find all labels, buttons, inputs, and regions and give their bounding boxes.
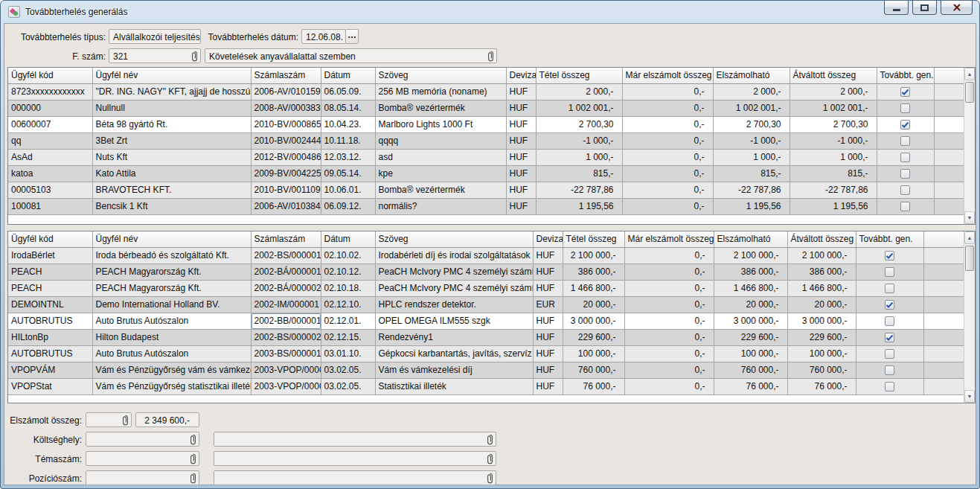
cell-settled[interactable]: 0,-	[622, 132, 713, 149]
tovabbt-gen-checkbox[interactable]	[900, 120, 910, 130]
cell-tovabbt-gen[interactable]	[856, 313, 923, 329]
cell-invoice[interactable]: 2002-BS/000002	[251, 329, 321, 345]
cell-converted[interactable]: 386 000,-	[787, 263, 856, 280]
cell-amount[interactable]: 1 002 001,-	[536, 100, 622, 116]
cell-chargeable[interactable]: 1 195,56	[713, 198, 790, 214]
cell-tovabbt-gen[interactable]	[877, 165, 934, 182]
cell-tovabbt-gen[interactable]	[856, 345, 923, 362]
cell-currency[interactable]: HUF	[533, 280, 563, 296]
table-row[interactable]: katoaKato Attila2009-BV/00422509.05.14.k…	[8, 165, 964, 182]
cell-invoice[interactable]: 2012-BV/000486	[251, 149, 321, 165]
table-row[interactable]: AUTOBRUTUSAuto Brutus Autószalon2003-BS/…	[8, 345, 964, 362]
cell-currency[interactable]: HUF	[533, 329, 563, 345]
cell-amount[interactable]: -1 000,-	[536, 132, 622, 149]
tovabbt-gen-checkbox[interactable]	[885, 300, 894, 310]
cell-settled[interactable]: 0,-	[624, 296, 714, 313]
cell-chargeable[interactable]: 1 466 800,-	[714, 280, 787, 296]
date-input[interactable]: 12.06.08.	[301, 29, 346, 44]
tovabbt-gen-checkbox[interactable]	[885, 349, 894, 359]
table-row[interactable]: 8723xxxxxxxxxxxx"DR. ING. NAGY" KFT, ajj…	[8, 83, 964, 100]
cell-date[interactable]: 02.10.12.	[321, 263, 375, 280]
cell-date[interactable]: 10.11.18.	[321, 132, 375, 149]
column-header[interactable]: Szöveg	[375, 231, 533, 247]
cell-converted[interactable]: 1 195,56	[790, 198, 877, 214]
date-picker-button[interactable]: …	[345, 29, 359, 44]
cell-text[interactable]: PeaCH McIvory PMC 4 személyi számítógép	[375, 263, 533, 280]
cell-tovabbt-gen[interactable]	[856, 296, 923, 313]
cell-invoice[interactable]: 2010-BV/000865	[251, 116, 321, 132]
tovabbt-gen-checkbox[interactable]	[900, 87, 910, 97]
cell-converted[interactable]: 2 100 000,-	[787, 247, 856, 263]
topic-text-input[interactable]	[214, 451, 496, 466]
cell-chargeable[interactable]: 2 700,30	[713, 116, 790, 132]
cell-text[interactable]: HPLC rendszer detektor.	[375, 296, 533, 313]
table-row[interactable]: PEACHPEACH Magyarország Kft.2002-BÁ/0000…	[8, 280, 964, 296]
cell-tovabbt-gen[interactable]	[877, 198, 934, 214]
cell-chargeable[interactable]: 100 000,-	[714, 345, 787, 362]
column-header[interactable]: Ügyfél kód	[8, 68, 92, 83]
cell-settled[interactable]: 0,-	[624, 362, 714, 378]
column-header[interactable]: Már elszámolt összeg	[622, 68, 713, 83]
cell-code[interactable]: 100081	[8, 198, 92, 214]
cell-date[interactable]: 06.09.12.	[321, 198, 375, 214]
cell-tovabbt-gen[interactable]	[856, 378, 923, 394]
paperclip-icon[interactable]	[189, 434, 197, 447]
table-row[interactable]: AUTOBRUTUSAuto Brutus Autószalon2002-BB/…	[8, 313, 964, 329]
cell-name[interactable]: Bencsik 1 Kft	[92, 198, 251, 214]
cell-converted[interactable]: -22 787,86	[790, 182, 877, 198]
cell-currency[interactable]: HUF	[533, 313, 563, 329]
cell-converted[interactable]: 1 002 001,-	[790, 100, 877, 116]
cell-text[interactable]: Gépkocsi karbantartás, javítás, szervíz	[375, 345, 533, 362]
cell-converted[interactable]: 2 000,-	[790, 83, 877, 100]
cell-name[interactable]: Auto Brutus Autószalon	[92, 313, 251, 329]
cell-converted[interactable]: 229 600,-	[787, 329, 856, 345]
cell-name[interactable]: Nullnull	[92, 100, 251, 116]
cell-currency[interactable]: HUF	[506, 165, 536, 182]
cell-date[interactable]: 06.05.09.	[321, 83, 375, 100]
cell-amount[interactable]: 1 195,56	[536, 198, 622, 214]
cell-tovabbt-gen[interactable]	[856, 329, 923, 345]
cell-text[interactable]: PeaCH McIvory PMC 4 személyi számítógép	[375, 280, 533, 296]
cell-code[interactable]: PEACH	[8, 280, 92, 296]
cell-chargeable[interactable]: 3 000 000,-	[714, 313, 787, 329]
maximize-button[interactable]	[912, 1, 937, 15]
table-row[interactable]: 00600007Béta 98 gyártó Rt.2010-BV/000865…	[8, 116, 964, 132]
table-row[interactable]: VPOPVÁMVám és Pénzügyőrség vám és vámkez…	[8, 362, 964, 378]
cell-text[interactable]: Marlboro Lights 1000 Ft	[375, 116, 506, 132]
cost-center-input[interactable]	[86, 432, 199, 447]
cell-code[interactable]: 00600007	[8, 116, 92, 132]
cell-code[interactable]: katoa	[8, 165, 92, 182]
tovabbt-gen-checkbox[interactable]	[885, 365, 894, 375]
cell-invoice[interactable]: 2009-BV/004225	[251, 165, 321, 182]
cell-date[interactable]: 02.10.02.	[321, 247, 375, 263]
cell-text[interactable]: Irodabérleti díj és irodai szolgáltatáso…	[375, 247, 533, 263]
cell-converted[interactable]: 815,-	[790, 165, 877, 182]
cell-date[interactable]: 10.04.23.	[321, 116, 375, 132]
cell-amount[interactable]: 1 466 800,-	[563, 280, 624, 296]
cell-name[interactable]: BRAVOTECH KFT.	[92, 182, 251, 198]
cell-invoice[interactable]: 2002-BS/000001	[251, 247, 321, 263]
paperclip-icon[interactable]	[189, 453, 197, 466]
table-row[interactable]: DEMOINTNLDemo International Holland BV.2…	[8, 296, 964, 313]
cell-amount[interactable]: 76 000,-	[563, 378, 624, 394]
cell-currency[interactable]: HUF	[506, 149, 536, 165]
paperclip-icon[interactable]	[190, 51, 199, 63]
column-header[interactable]	[923, 231, 964, 247]
fszam-text-input[interactable]: Követelések anyavállalattal szemben	[205, 48, 497, 63]
column-header[interactable]: Deviza	[506, 68, 536, 83]
cell-date[interactable]: 03.02.05.	[321, 378, 375, 394]
cell-chargeable[interactable]: 229 600,-	[714, 329, 787, 345]
cell-name[interactable]: Demo International Holland BV.	[92, 296, 251, 313]
cell-tovabbt-gen[interactable]	[856, 362, 923, 378]
cell-text[interactable]: Bomba® vezértermék	[375, 182, 506, 198]
cell-code[interactable]: AUTOBRUTUS	[8, 313, 92, 329]
cell-name[interactable]: Iroda bérbeadó és szolgáltató Kft.	[92, 247, 251, 263]
column-header[interactable]: Dátum	[321, 68, 375, 83]
cell-converted[interactable]: 1 000,-	[790, 149, 877, 165]
cell-converted[interactable]: 20 000,-	[787, 296, 856, 313]
cell-name[interactable]: Vám és Pénzügyőrség statisztikai illeték	[92, 378, 251, 394]
tovabbt-gen-checkbox[interactable]	[900, 136, 910, 146]
close-button[interactable]	[941, 1, 973, 15]
cell-name[interactable]: PEACH Magyarország Kft.	[92, 263, 251, 280]
cell-amount[interactable]: 100 000,-	[563, 345, 624, 362]
